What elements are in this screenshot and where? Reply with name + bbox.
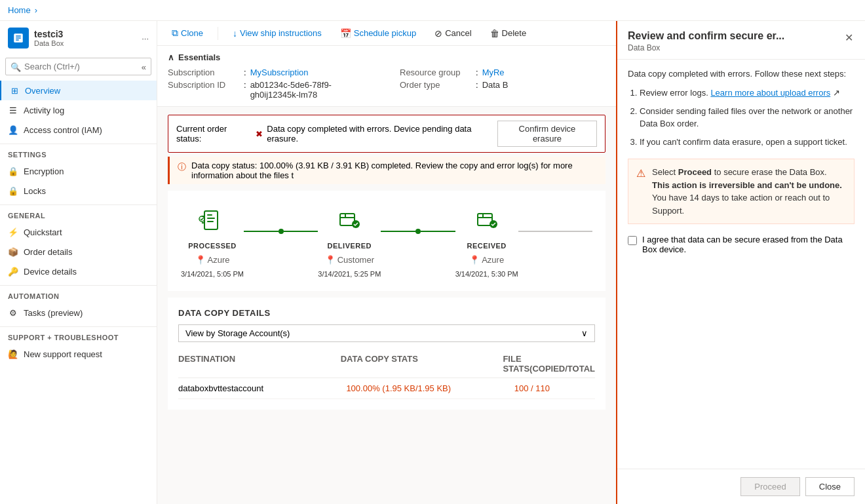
timeline-step-delivered: DELIVERED 📍 Customer 3/14/2021, 5:25 PM: [318, 204, 381, 278]
processed-sublabel: 📍 Azure: [195, 255, 230, 265]
panel-title: Review and confirm secure er...: [628, 30, 784, 42]
close-button[interactable]: Close: [805, 477, 855, 496]
view-by-dropdown[interactable]: View by Storage Account(s) ∨: [178, 324, 595, 342]
proceed-button[interactable]: Proceed: [740, 477, 799, 496]
essentials-row-order-type: Order type : Data B: [400, 80, 606, 100]
collapse-icon[interactable]: «: [142, 62, 146, 71]
toolbar-separator: [218, 27, 218, 40]
location-icon: 📍: [325, 255, 336, 265]
timeline-connector-1: [244, 229, 318, 234]
clone-button[interactable]: ⧉ Clone: [168, 25, 207, 41]
subscription-value[interactable]: MySubscription: [250, 68, 309, 77]
section-settings: Settings: [0, 144, 157, 161]
sidebar-item-label: New support request: [24, 349, 102, 359]
delete-button[interactable]: 🗑 Delete: [486, 26, 531, 41]
box-icon: 📦: [8, 246, 18, 257]
delivered-sublabel: 📍 Customer: [325, 255, 374, 265]
search-container: 🔍 «: [5, 58, 151, 75]
sidebar-item-device-details[interactable]: 🔑 Device details: [0, 262, 157, 281]
agree-checkbox[interactable]: [628, 236, 637, 245]
data-copy-section: DATA COPY DETAILS View by Storage Accoun…: [168, 298, 606, 410]
panel-steps: Review error logs. Learn more about uplo…: [628, 87, 855, 148]
warning-text-end: You have 14 days to take action or reach…: [652, 193, 830, 216]
essentials-grid: Subscription : MySubscription Resource g…: [168, 68, 606, 100]
svg-rect-7: [207, 221, 214, 222]
order-type-value: Data B: [482, 80, 509, 90]
status-bar: Current order status: ✖ Data copy comple…: [168, 115, 606, 153]
tasks-icon: ⚙: [8, 307, 18, 318]
sidebar-item-overview[interactable]: ⊞ Overview: [0, 81, 157, 100]
timeline-line: [421, 231, 455, 232]
breadcrumb-sep: ›: [35, 5, 37, 15]
status-label: Current order status:: [176, 124, 252, 144]
warning-text-prefix: Select: [652, 167, 678, 177]
view-ship-button[interactable]: ↓ View ship instructions: [229, 26, 326, 41]
schedule-pickup-button[interactable]: 📅 Schedule pickup: [336, 26, 420, 41]
sidebar-item-locks[interactable]: 🔒 Locks: [0, 181, 157, 201]
sidebar-item-tasks[interactable]: ⚙ Tasks (preview): [0, 303, 157, 322]
lock2-icon: 🔒: [8, 185, 18, 196]
search-input[interactable]: [5, 58, 151, 75]
resource-group-label: Resource group: [400, 68, 472, 77]
confirm-erasure-button[interactable]: Confirm device erasure: [497, 121, 597, 147]
timeline-line: [381, 231, 415, 232]
sidebar-header: testci3 Data Box ···: [0, 21, 157, 55]
order-type-label: Order type: [400, 80, 472, 90]
essentials-row-resource-group: Resource group : MyRe: [400, 68, 606, 77]
sidebar: testci3 Data Box ··· 🔍 « ⊞ Overview ☰ Ac…: [0, 21, 157, 504]
section-support: Support + troubleshoot: [0, 326, 157, 344]
essentials-section: ∧ Essentials Subscription : MySubscripti…: [157, 46, 616, 107]
content-area: ⧉ Clone ↓ View ship instructions 📅 Sched…: [157, 21, 616, 504]
panel-subtitle: Data Box: [628, 43, 784, 52]
essentials-header[interactable]: ∧ Essentials: [168, 52, 606, 62]
person-icon: 👤: [8, 125, 18, 135]
section-general: General: [0, 204, 157, 222]
sidebar-item-label: Order details: [24, 247, 72, 257]
panel-header: Review and confirm secure er... Data Box…: [617, 21, 865, 60]
svg-rect-1: [204, 211, 218, 229]
timeline-dot: [415, 229, 421, 234]
grid-icon: ⊞: [9, 85, 20, 96]
timeline-step-received: RECEIVED 📍 Azure 3/14/2021, 5:30 PM: [455, 204, 518, 278]
warning-bar: ⓘ Data copy status: 100.00% (3.91 KB / 3…: [168, 157, 606, 184]
bolt-icon: ⚡: [8, 227, 18, 237]
destination-cell: databoxbvttestaccount: [178, 383, 339, 393]
resource-group-value[interactable]: MyRe: [482, 68, 505, 77]
col-file-stats: FILE STATS(COPIED/TOTAL: [503, 354, 595, 374]
section-automation: Automation: [0, 285, 157, 303]
delivered-date: 3/14/2021, 5:25 PM: [318, 270, 381, 278]
person-support-icon: 🙋: [8, 349, 18, 359]
cancel-button[interactable]: ⊘ Cancel: [431, 26, 475, 41]
sidebar-item-access-control[interactable]: 👤 Access control (IAM): [0, 120, 157, 140]
data-copy-stats-cell: 100.00% (1.95 KB/1.95 KB): [346, 383, 507, 393]
calendar-icon: 📅: [340, 28, 351, 39]
panel-intro: Data copy completed with errors. Follow …: [628, 69, 855, 79]
sidebar-item-label: Overview: [25, 86, 60, 96]
panel-checkbox-container: I agree that data can be secure erased f…: [628, 235, 855, 254]
key-icon: 🔑: [8, 266, 18, 277]
location-icon: 📍: [469, 255, 480, 265]
processed-date: 3/14/2021, 5:05 PM: [181, 270, 244, 278]
sidebar-item-order-details[interactable]: 📦 Order details: [0, 242, 157, 262]
resource-type: Data Box: [34, 39, 64, 47]
sidebar-item-label: Quickstart: [24, 227, 62, 237]
search-icon: 🔍: [10, 62, 21, 71]
received-sublabel: 📍 Azure: [469, 255, 504, 265]
resource-name: testci3: [34, 29, 64, 39]
sidebar-item-support[interactable]: 🙋 New support request: [0, 344, 157, 364]
error-circle-icon: ✖: [256, 129, 263, 139]
processed-icon: [196, 204, 229, 237]
breadcrumb: Home ›: [8, 5, 37, 15]
warning-proceed-word: Proceed: [678, 167, 712, 177]
external-link-icon: ↗: [833, 88, 840, 98]
learn-more-link[interactable]: Learn more about upload errors: [710, 88, 830, 98]
breadcrumb-home[interactable]: Home: [8, 5, 31, 15]
more-options-btn[interactable]: ···: [142, 33, 149, 43]
panel-close-x-button[interactable]: ✕: [843, 30, 855, 45]
sidebar-item-activity-log[interactable]: ☰ Activity log: [0, 100, 157, 120]
top-bar: Home ›: [0, 0, 865, 21]
agree-label[interactable]: I agree that data can be secure erased f…: [642, 235, 855, 254]
panel-footer: Proceed Close: [617, 469, 865, 504]
sidebar-item-encryption[interactable]: 🔒 Encryption: [0, 161, 157, 181]
sidebar-item-quickstart[interactable]: ⚡ Quickstart: [0, 222, 157, 242]
